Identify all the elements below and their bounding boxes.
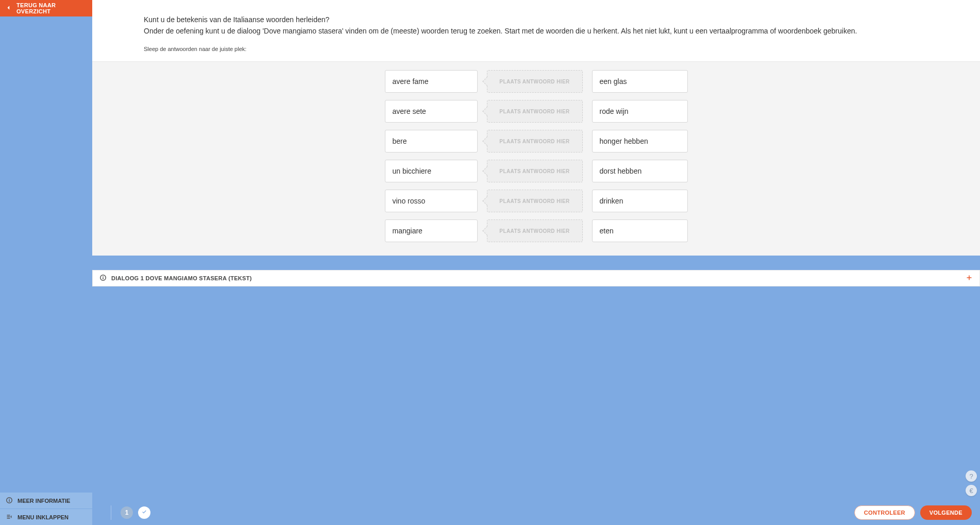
back-label: TERUG NAAR OVERZICHT: [16, 2, 86, 14]
more-info-label: MEER INFORMATIE: [18, 498, 70, 504]
check-button[interactable]: CONTROLEER: [854, 505, 915, 520]
answer-card[interactable]: dorst hebben: [592, 160, 688, 182]
floating-helpers: ? €: [966, 470, 977, 496]
intro-hint: Sleep de antwoorden naar de juiste plek:: [144, 46, 928, 52]
sidebar: TERUG NAAR OVERZICHT MEER INFORMATIE MEN…: [0, 0, 92, 525]
source-word[interactable]: bere: [385, 130, 478, 153]
svg-rect-7: [967, 278, 972, 279]
intro-line-2: Onder de oefening kunt u de dialoog 'Dov…: [144, 26, 928, 37]
help-button[interactable]: ?: [966, 470, 977, 482]
footer-bar: 1 CONTROLEER VOLGENDE: [92, 500, 980, 525]
back-to-overview-button[interactable]: TERUG NAAR OVERZICHT: [0, 0, 92, 16]
step-1-button[interactable]: 1: [121, 506, 133, 519]
drop-placeholder: PLAATS ANTWOORD HIER: [499, 109, 569, 114]
svg-rect-5: [103, 276, 104, 277]
next-button-label: VOLGENDE: [930, 510, 962, 516]
source-text: avere sete: [393, 107, 426, 115]
answer-text: rode wijn: [600, 107, 629, 115]
source-word[interactable]: un bicchiere: [385, 160, 478, 182]
step-indicator: 1: [111, 505, 150, 520]
currency-glyph: €: [969, 487, 973, 495]
source-word[interactable]: avere fame: [385, 70, 478, 93]
check-button-label: CONTROLEER: [864, 510, 905, 516]
sidebar-bottom: MEER INFORMATIE MENU INKLAPPEN: [0, 492, 92, 525]
step-done-button[interactable]: [138, 506, 150, 519]
exercise-area: avere fame PLAATS ANTWOORD HIER een glas…: [92, 61, 980, 256]
intro-line-1: Kunt u de betekenis van de Italiaanse wo…: [144, 14, 928, 26]
drop-zone[interactable]: PLAATS ANTWOORD HIER: [487, 190, 583, 212]
dialog-accordion[interactable]: DIALOOG 1 DOVE MANGIAMO STASERA (TEKST): [92, 270, 980, 286]
source-word[interactable]: mangiare: [385, 219, 478, 242]
help-glyph: ?: [969, 472, 973, 480]
answer-text: dorst hebben: [600, 167, 642, 175]
drop-zone[interactable]: PLAATS ANTWOORD HIER: [487, 219, 583, 242]
drop-zone[interactable]: PLAATS ANTWOORD HIER: [487, 70, 583, 93]
intro-block: Kunt u de betekenis van de Italiaanse wo…: [92, 14, 980, 52]
step-divider: [111, 505, 111, 520]
step-number: 1: [125, 509, 129, 516]
source-text: un bicchiere: [393, 167, 432, 175]
answer-card[interactable]: een glas: [592, 70, 688, 93]
arrow-left-icon: [6, 5, 11, 11]
drop-placeholder: PLAATS ANTWOORD HIER: [499, 168, 569, 174]
answer-card[interactable]: honger hebben: [592, 130, 688, 153]
drop-placeholder: PLAATS ANTWOORD HIER: [499, 198, 569, 204]
source-word[interactable]: avere sete: [385, 100, 478, 123]
info-icon: [100, 275, 106, 282]
svg-rect-2: [9, 499, 10, 500]
source-text: avere fame: [393, 77, 429, 86]
drop-placeholder: PLAATS ANTWOORD HIER: [499, 139, 569, 144]
answer-text: honger hebben: [600, 137, 648, 145]
currency-button[interactable]: €: [966, 485, 977, 496]
answer-text: drinken: [600, 197, 623, 205]
collapse-icon: [6, 514, 12, 521]
more-info-button[interactable]: MEER INFORMATIE: [0, 492, 92, 509]
accordion-title: DIALOOG 1 DOVE MANGIAMO STASERA (TEKST): [111, 275, 252, 281]
answer-card[interactable]: drinken: [592, 190, 688, 212]
drop-placeholder: PLAATS ANTWOORD HIER: [499, 79, 569, 84]
plus-icon: [966, 275, 972, 282]
source-text: bere: [393, 137, 407, 145]
footer-actions: CONTROLEER VOLGENDE: [854, 505, 972, 520]
drop-zone[interactable]: PLAATS ANTWOORD HIER: [487, 100, 583, 123]
check-icon: [142, 509, 147, 516]
answer-card[interactable]: eten: [592, 219, 688, 242]
info-icon: [6, 497, 12, 504]
drop-placeholder: PLAATS ANTWOORD HIER: [499, 228, 569, 234]
collapse-label: MENU INKLAPPEN: [18, 514, 69, 520]
main-area: Kunt u de betekenis van de Italiaanse wo…: [92, 0, 980, 525]
source-word[interactable]: vino rosso: [385, 190, 478, 212]
source-text: vino rosso: [393, 197, 426, 205]
drop-zone[interactable]: PLAATS ANTWOORD HIER: [487, 160, 583, 182]
answer-text: een glas: [600, 77, 627, 86]
answer-text: eten: [600, 227, 614, 235]
collapse-menu-button[interactable]: MENU INKLAPPEN: [0, 509, 92, 525]
svg-rect-1: [9, 500, 10, 502]
drop-zone[interactable]: PLAATS ANTWOORD HIER: [487, 130, 583, 153]
source-text: mangiare: [393, 227, 423, 235]
answer-card[interactable]: rode wijn: [592, 100, 688, 123]
svg-rect-4: [103, 278, 104, 280]
next-button[interactable]: VOLGENDE: [920, 505, 972, 520]
exercise-card: Kunt u de betekenis van de Italiaanse wo…: [92, 0, 980, 256]
exercise-grid: avere fame PLAATS ANTWOORD HIER een glas…: [385, 70, 688, 242]
